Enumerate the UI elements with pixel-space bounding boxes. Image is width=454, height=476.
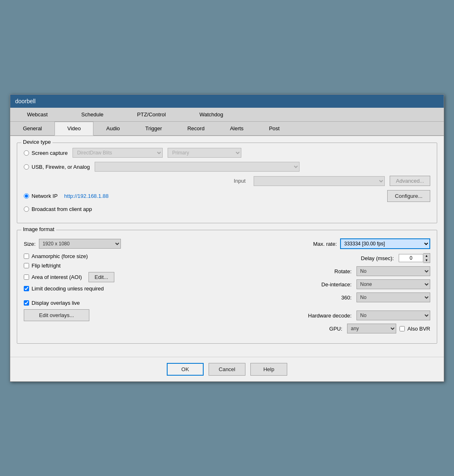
title-bar: doorbell: [10, 95, 444, 108]
network-ip-link[interactable]: http://192.168.1.88: [64, 193, 109, 199]
flip-label: Flip left/right: [32, 263, 61, 269]
delay-decrement-button[interactable]: ▼: [423, 258, 430, 263]
display-overlays-checkbox-label[interactable]: Display overlays live: [24, 300, 80, 306]
display-overlays-checkbox[interactable]: [24, 300, 29, 306]
window-title: doorbell: [15, 98, 36, 104]
tab-video[interactable]: Video: [54, 122, 93, 136]
gpu-row: GPU: any Also BVR: [235, 324, 430, 333]
deinterlace-row: De-interlace: None: [235, 279, 430, 289]
two-col-layout: Anamorphic (force size) Flip left/right …: [24, 253, 430, 337]
tab-trigger[interactable]: Trigger: [133, 122, 175, 135]
also-bvr-text: Also BVR: [407, 326, 430, 332]
primary-dropdown[interactable]: Primary: [168, 148, 241, 158]
flip-row: Flip left/right: [24, 263, 219, 269]
anamorphic-checkbox-label[interactable]: Anamorphic (force size): [24, 253, 88, 259]
flip-checkbox[interactable]: [24, 263, 29, 268]
deinterlace-label: De-interlace:: [235, 281, 353, 288]
display-overlays-row: Display overlays live: [24, 300, 219, 306]
delay-increment-button[interactable]: ▲: [423, 254, 430, 258]
image-format-group: Image format Size: 1920 x 1080 Max. rate…: [17, 230, 437, 344]
limit-row: Limit decoding unless required: [24, 286, 219, 292]
usb-device-dropdown[interactable]: [95, 162, 300, 172]
size-dropdown[interactable]: 1920 x 1080: [39, 239, 121, 249]
input-row: Input Advanced...: [24, 176, 430, 186]
aoi-checkbox-label[interactable]: Area of interest (AOI): [24, 274, 82, 280]
device-type-legend: Device type: [21, 139, 52, 145]
delay-input[interactable]: [399, 254, 423, 262]
usb-row: USB, Firewire, or Analog: [24, 162, 430, 172]
ok-button[interactable]: OK: [167, 363, 204, 376]
gpu-dropdown[interactable]: any: [347, 324, 396, 333]
tab-audio[interactable]: Audio: [93, 122, 132, 135]
usb-radio[interactable]: [24, 164, 29, 170]
anamorphic-row: Anamorphic (force size): [24, 253, 219, 259]
limit-checkbox-label[interactable]: Limit decoding unless required: [24, 286, 104, 292]
top-tab-row: Webcast Schedule PTZ/Control Watchdog: [10, 108, 444, 122]
main-content: Device type Screen capture DirectDraw Bl…: [10, 136, 444, 357]
size-maxrate-row: Size: 1920 x 1080 Max. rate: 333334 [30.…: [24, 238, 430, 249]
max-rate-label: Max. rate:: [313, 241, 337, 247]
directdraw-dropdown[interactable]: DirectDraw Blits: [73, 148, 163, 158]
tab-webcast[interactable]: Webcast: [10, 108, 64, 121]
three60-dropdown[interactable]: No: [356, 292, 430, 302]
usb-label: USB, Firewire, or Analog: [32, 164, 90, 170]
limit-label: Limit decoding unless required: [32, 286, 104, 292]
network-ip-radio[interactable]: [24, 193, 29, 199]
aoi-label: Area of interest (AOI): [32, 274, 82, 280]
rotate-label: Rotate:: [235, 268, 353, 274]
image-format-legend: Image format: [21, 226, 56, 232]
tab-watchdog[interactable]: Watchdog: [183, 108, 240, 121]
network-ip-label: Network IP: [32, 193, 58, 199]
broadcast-label: Broadcast from client app: [32, 206, 92, 212]
tab-schedule[interactable]: Schedule: [64, 108, 120, 121]
left-column: Anamorphic (force size) Flip left/right …: [24, 253, 219, 337]
aoi-checkbox[interactable]: [24, 274, 29, 280]
help-button[interactable]: Help: [250, 363, 287, 376]
anamorphic-checkbox[interactable]: [24, 254, 29, 259]
rotate-dropdown[interactable]: No: [356, 266, 430, 276]
network-ip-row: Network IP http://192.168.1.88 Configure…: [24, 190, 430, 202]
size-label: Size:: [24, 241, 36, 247]
tab-ptz-control[interactable]: PTZ/Control: [120, 108, 183, 121]
limit-checkbox[interactable]: [24, 286, 29, 291]
tab-record[interactable]: Record: [175, 122, 217, 135]
configure-button[interactable]: Configure...: [387, 190, 430, 202]
display-overlays-label: Display overlays live: [32, 300, 80, 306]
network-ip-radio-label[interactable]: Network IP: [24, 193, 58, 199]
delay-label: Delay (msec):: [235, 255, 395, 261]
bottom-tab-row: General Video Audio Trigger Record Alert…: [10, 122, 444, 136]
delay-row: Delay (msec): ▲ ▼: [235, 253, 430, 263]
flip-checkbox-label[interactable]: Flip left/right: [24, 263, 61, 269]
deinterlace-dropdown[interactable]: None: [356, 279, 430, 289]
gpu-label: GPU:: [235, 326, 344, 332]
hardware-decode-dropdown[interactable]: No: [356, 311, 430, 320]
three60-label: 360:: [235, 295, 353, 301]
screen-capture-label: Screen capture: [32, 150, 68, 156]
also-bvr-checkbox[interactable]: [400, 326, 405, 331]
main-window: doorbell Webcast Schedule PTZ/Control Wa…: [10, 94, 444, 382]
input-label: Input: [234, 178, 245, 184]
cancel-button[interactable]: Cancel: [209, 363, 245, 376]
anamorphic-label: Anamorphic (force size): [32, 253, 88, 259]
aoi-row: Area of interest (AOI) Edit...: [24, 272, 219, 282]
input-dropdown[interactable]: [254, 176, 385, 186]
tab-post[interactable]: Post: [256, 122, 292, 135]
hardware-decode-label: Hardware decode:: [235, 313, 353, 319]
broadcast-radio[interactable]: [24, 206, 29, 212]
screen-capture-radio-label[interactable]: Screen capture: [24, 150, 68, 156]
edit-overlays-button[interactable]: Edit overlays...: [24, 309, 89, 321]
aoi-edit-button[interactable]: Edit...: [89, 272, 114, 282]
usb-radio-label[interactable]: USB, Firewire, or Analog: [24, 164, 90, 170]
tab-general[interactable]: General: [10, 122, 54, 135]
screen-capture-radio[interactable]: [24, 150, 29, 156]
delay-spinbox-buttons: ▲ ▼: [423, 253, 430, 263]
advanced-button[interactable]: Advanced...: [390, 176, 430, 186]
also-bvr-label[interactable]: Also BVR: [400, 326, 430, 332]
hardware-decode-row: Hardware decode: No: [235, 311, 430, 320]
tab-alerts[interactable]: Alerts: [217, 122, 256, 135]
device-type-group: Device type Screen capture DirectDraw Bl…: [17, 143, 437, 223]
edit-overlays-row: Edit overlays...: [24, 309, 219, 321]
broadcast-radio-label[interactable]: Broadcast from client app: [24, 206, 92, 212]
broadcast-row: Broadcast from client app: [24, 206, 430, 212]
max-rate-dropdown[interactable]: 333334 [30.00 fps]: [340, 238, 430, 249]
